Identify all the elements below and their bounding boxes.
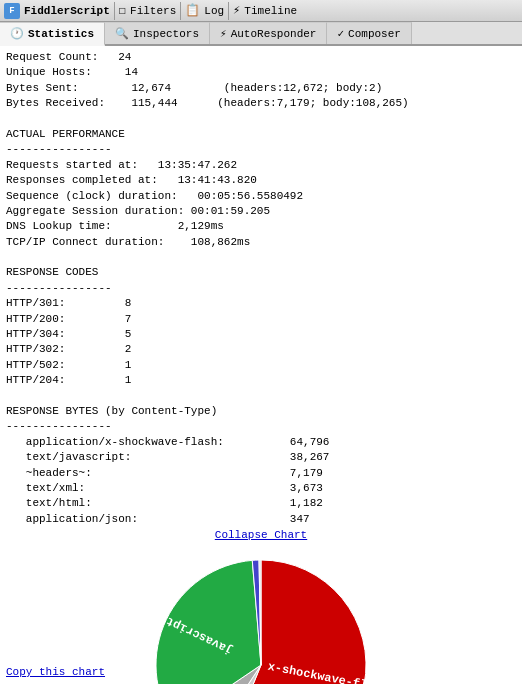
stats-block: Request Count: 24 Unique Hosts: 14 Bytes… (6, 50, 516, 527)
app-title-section: F FiddlerScript (4, 3, 110, 19)
tab-statistics[interactable]: 🕐 Statistics (0, 22, 105, 46)
title-bar: F FiddlerScript ☐ Filters 📋 Log ⚡ Timeli… (0, 0, 522, 22)
content-area: Request Count: 24 Unique Hosts: 14 Bytes… (0, 46, 522, 684)
log-icon: 📋 (185, 3, 200, 18)
inspectors-tab-label: Inspectors (133, 28, 199, 40)
pie-chart: x-shockwave-flashxml~headers~javascript (141, 545, 381, 684)
checkbox-icon: ☐ (119, 3, 126, 18)
timeline-section: ⚡ Timeline (233, 3, 297, 18)
tab-bar: 🕐 Statistics 🔍 Inspectors ⚡ AutoResponde… (0, 22, 522, 46)
statistics-tab-icon: 🕐 (10, 27, 24, 40)
composer-tab-icon: ✓ (337, 27, 344, 40)
tab-inspectors[interactable]: 🔍 Inspectors (105, 22, 210, 44)
chart-container: x-shockwave-flashxml~headers~javascript (6, 545, 516, 684)
app-icon: F (4, 3, 20, 19)
timeline-label: Timeline (244, 5, 297, 17)
statistics-tab-label: Statistics (28, 28, 94, 40)
tab-composer[interactable]: ✓ Composer (327, 22, 411, 44)
timeline-icon: ⚡ (233, 3, 240, 18)
filters-label: Filters (130, 5, 176, 17)
log-label: Log (204, 5, 224, 17)
log-section: 📋 Log (185, 3, 224, 18)
tab-autoresponder[interactable]: ⚡ AutoResponder (210, 22, 327, 44)
app-title: FiddlerScript (24, 5, 110, 17)
divider (114, 2, 115, 20)
autoresponder-tab-label: AutoResponder (231, 28, 317, 40)
composer-tab-label: Composer (348, 28, 401, 40)
copy-chart-link[interactable]: Copy this chart (6, 666, 105, 678)
inspectors-tab-icon: 🔍 (115, 27, 129, 40)
filters-section: ☐ Filters (119, 3, 176, 18)
divider2 (180, 2, 181, 20)
collapse-chart-link[interactable]: Collapse Chart (6, 529, 516, 541)
divider3 (228, 2, 229, 20)
autoresponder-tab-icon: ⚡ (220, 27, 227, 40)
